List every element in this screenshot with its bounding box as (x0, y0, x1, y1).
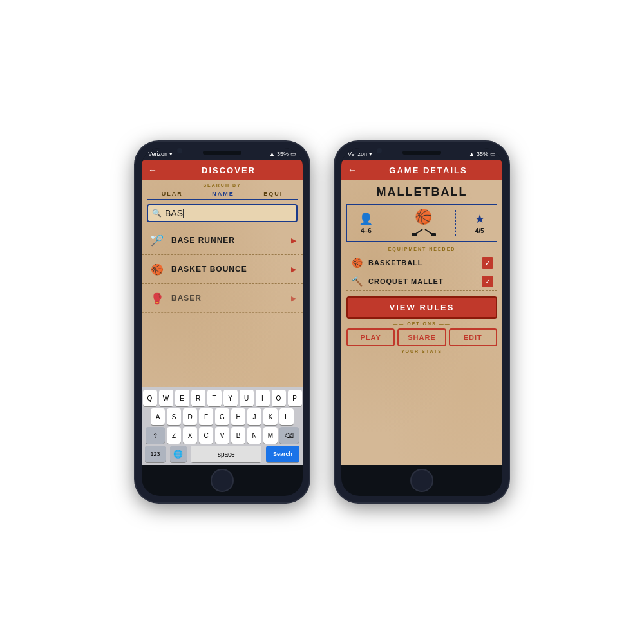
result-icon-basket-bounce: 🏀 (148, 260, 166, 278)
key-h[interactable]: H (231, 408, 245, 425)
status-left-left: Verizon ▾ (148, 151, 173, 157)
key-shift[interactable]: ⇧ (146, 427, 165, 444)
play-button[interactable]: PLAY (346, 328, 395, 346)
star-icon: ★ (475, 212, 485, 226)
key-v[interactable]: V (215, 427, 229, 444)
tabs-label: SEARCH BY (147, 183, 298, 187)
checkmark-mallet: ✓ (485, 278, 490, 285)
search-button[interactable]: Search (266, 446, 299, 462)
tab-equipment[interactable]: EQUI (261, 189, 285, 199)
status-bar-right: Verizon ▾ ▲ 35% ▭ (341, 148, 502, 160)
result-name-baser: BASER (171, 294, 286, 303)
game-details-content: MALLETBALL 👤 4–6 🏀 (341, 180, 502, 465)
key-m[interactable]: M (263, 427, 278, 444)
key-o[interactable]: O (272, 390, 286, 406)
right-screen: ← GAME DETAILS MALLETBALL 👤 4–6 (341, 160, 502, 465)
status-bar-left: Verizon ▾ ▲ 35% ▭ (142, 148, 303, 160)
key-j[interactable]: J (247, 408, 261, 425)
left-phone-inner: Verizon ▾ ▲ 35% ▭ ← DISCOVER SEARCH BY (142, 148, 303, 496)
key-globe[interactable]: 🌐 (170, 446, 187, 462)
key-w[interactable]: W (159, 390, 173, 406)
discover-parchment: SEARCH BY ULAR NAME EQUI 🔍 BAS 🏸 (142, 180, 303, 465)
key-z[interactable]: Z (167, 427, 181, 444)
key-y[interactable]: Y (223, 390, 238, 406)
status-left-right: Verizon ▾ (348, 151, 372, 157)
key-a[interactable]: A (151, 408, 165, 425)
game-details-parchment: MALLETBALL 👤 4–6 🏀 (341, 180, 502, 465)
result-name-basket-bounce: BASKET BOUNCE (171, 265, 286, 274)
key-backspace[interactable]: ⌫ (279, 427, 299, 444)
result-name-base-runner: BASE RUNNER (171, 236, 286, 245)
search-box[interactable]: 🔍 BAS (147, 204, 298, 222)
location-icon-right: ▲ (469, 151, 475, 157)
result-item-base-runner[interactable]: 🏸 BASE RUNNER ▶ (142, 226, 303, 255)
key-d[interactable]: D (183, 408, 197, 425)
tab-name[interactable]: NAME (209, 189, 237, 200)
tab-popular[interactable]: ULAR (159, 189, 185, 199)
equipment-name-basketball: BASKETBALL (368, 259, 477, 267)
check-mallet[interactable]: ✓ (482, 276, 493, 287)
result-icon-baser: 🥊 (148, 289, 166, 307)
key-g[interactable]: G (215, 408, 229, 425)
key-p[interactable]: P (288, 390, 302, 406)
key-num[interactable]: 123 (145, 446, 166, 462)
search-text: BAS (165, 208, 292, 218)
key-k[interactable]: K (263, 408, 278, 425)
options-label: OPTIONS (346, 321, 497, 326)
home-button-left[interactable] (211, 469, 234, 492)
status-right-right: ▲ 35% ▭ (469, 151, 496, 157)
equipment-label: EQUIPMENT NEEDED (346, 247, 497, 251)
key-c[interactable]: C (199, 427, 213, 444)
game-title: MALLETBALL (346, 185, 497, 199)
right-phone-inner: Verizon ▾ ▲ 35% ▭ ← GAME DETAILS MALLETB… (341, 148, 502, 496)
key-q[interactable]: Q (143, 390, 157, 406)
mallets-icon (411, 227, 437, 237)
tabs-row[interactable]: ULAR NAME EQUI (147, 189, 298, 200)
stat-players: 👤 4–6 (359, 212, 373, 234)
kb-row-3: ⇧ Z X C V B N M ⌫ (144, 427, 301, 444)
kb-row-2: A S D F G H J K L (144, 408, 301, 425)
stat-rating: ★ 4/5 (475, 212, 485, 234)
key-space[interactable]: space (191, 446, 261, 462)
key-b[interactable]: B (231, 427, 245, 444)
svg-rect-1 (412, 233, 417, 236)
key-n[interactable]: N (247, 427, 261, 444)
home-button-right[interactable] (410, 469, 433, 492)
stat-divider-1 (392, 210, 392, 236)
game-details-header: ← GAME DETAILS (341, 160, 502, 180)
result-item-basket-bounce[interactable]: 🏀 BASKET BOUNCE ▶ (142, 255, 303, 284)
search-icon: 🔍 (152, 209, 162, 218)
players-value: 4–6 (361, 227, 372, 234)
key-l[interactable]: L (279, 408, 294, 425)
discover-tabs: SEARCH BY ULAR NAME EQUI (142, 180, 303, 200)
wifi-icon-right: ▾ (369, 151, 372, 157)
key-s[interactable]: S (167, 408, 181, 425)
wifi-icon-left: ▾ (169, 151, 173, 157)
result-item-baser[interactable]: 🥊 BASER ▶ (142, 284, 303, 313)
check-basketball[interactable]: ✓ (482, 257, 493, 269)
kb-row-bottom: 123 🌐 space Search (144, 446, 301, 462)
options-row: PLAY SHARE EDIT (346, 328, 497, 346)
key-x[interactable]: X (183, 427, 197, 444)
game-stats-row: 👤 4–6 🏀 (346, 204, 497, 242)
key-u[interactable]: U (240, 390, 254, 406)
view-rules-button[interactable]: VIEW RULES (346, 296, 497, 319)
back-arrow-right[interactable]: ← (348, 165, 357, 175)
carrier-right: Verizon (348, 151, 367, 157)
battery-icon-left: ▭ (290, 151, 296, 157)
stat-divider-2 (455, 210, 456, 236)
mallet-icon: 🔨 (350, 276, 363, 287)
key-f[interactable]: F (199, 408, 213, 425)
key-i[interactable]: I (256, 390, 270, 406)
key-t[interactable]: T (207, 390, 222, 406)
back-arrow-left[interactable]: ← (148, 165, 157, 175)
phone-camera-left (177, 148, 182, 153)
key-e[interactable]: E (175, 390, 189, 406)
keyboard: Q W E R T Y U I O P A S D (142, 387, 303, 465)
kb-row-1: Q W E R T Y U I O P (144, 390, 301, 406)
share-button[interactable]: SHARE (397, 328, 446, 346)
key-r[interactable]: R (191, 390, 205, 406)
edit-button[interactable]: EDIT (449, 328, 497, 346)
right-phone: Verizon ▾ ▲ 35% ▭ ← GAME DETAILS MALLETB… (335, 142, 509, 502)
result-list: 🏸 BASE RUNNER ▶ 🏀 BASKET BOUNCE ▶ 🥊 BASE… (142, 226, 303, 387)
